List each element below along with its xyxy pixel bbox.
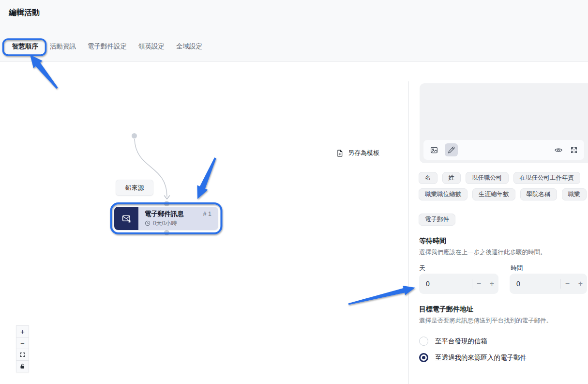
hours-label: 時間 bbox=[511, 264, 523, 273]
days-value[interactable]: 0 bbox=[419, 280, 472, 288]
save-as-template-label: 另存為模板 bbox=[348, 149, 379, 157]
variable-chip[interactable]: 名 bbox=[419, 172, 437, 184]
radio-checked-icon bbox=[419, 353, 428, 362]
tab-campaign-info[interactable]: 活動資訊 bbox=[50, 42, 76, 51]
variable-chip[interactable]: 姓 bbox=[442, 172, 461, 184]
hours-value[interactable]: 0 bbox=[510, 280, 560, 288]
variable-chip-list: 名 姓 現任職公司 在現任公司工作年資 職業職位總數 生涯總年數 學院名稱 職業 bbox=[419, 172, 588, 200]
preview-toolbar bbox=[423, 140, 584, 160]
variable-chip[interactable]: 現任職公司 bbox=[466, 172, 509, 184]
radio-imported-source-email[interactable]: 至透過我的來源匯入的電子郵件 bbox=[419, 353, 527, 362]
panel-section-divider bbox=[420, 207, 587, 207]
email-node-delay: 0天0小時 bbox=[153, 219, 177, 228]
image-icon bbox=[430, 146, 438, 154]
panel-divider bbox=[408, 81, 408, 384]
hours-stepper[interactable]: 0 − + bbox=[510, 274, 587, 294]
email-send-icon bbox=[114, 207, 138, 230]
radio-label: 至透過我的來源匯入的電子郵件 bbox=[435, 353, 527, 362]
lead-source-node[interactable]: 鉛來源 bbox=[116, 180, 153, 196]
days-stepper[interactable]: 0 − + bbox=[419, 274, 498, 294]
tab-email-settings[interactable]: 電子郵件設定 bbox=[88, 42, 127, 51]
variable-chip[interactable]: 學院名稱 bbox=[520, 188, 557, 200]
zoom-in-button[interactable]: + bbox=[16, 325, 29, 338]
radio-platform-found-email[interactable]: 至平台發現的信箱 bbox=[419, 337, 487, 346]
lead-source-output-handle[interactable] bbox=[132, 133, 137, 138]
variable-chip[interactable]: 生涯總年數 bbox=[472, 188, 515, 200]
zoom-out-button[interactable]: − bbox=[16, 337, 29, 349]
image-tool-button[interactable] bbox=[427, 143, 440, 156]
tab-bar: 智慧順序 活動資訊 電子郵件設定 領英設定 全域設定 bbox=[12, 42, 202, 51]
radio-label: 至平台發現的信箱 bbox=[435, 337, 487, 346]
tab-smart-sequence[interactable]: 智慧順序 bbox=[12, 42, 38, 51]
expand-icon bbox=[570, 146, 578, 154]
lead-source-label: 鉛來源 bbox=[125, 184, 144, 192]
variable-chip[interactable]: 在現任公司工作年資 bbox=[513, 172, 581, 184]
days-increment-button[interactable]: + bbox=[485, 274, 498, 294]
fit-view-icon bbox=[19, 352, 26, 358]
email-message-node[interactable]: 電子郵件訊息 # 1 0天0小時 bbox=[114, 207, 218, 230]
email-node-title: 電子郵件訊息 bbox=[145, 210, 184, 218]
email-variable-chip[interactable]: 電子郵件 bbox=[419, 214, 455, 226]
tab-global-settings[interactable]: 全域設定 bbox=[176, 42, 202, 51]
zoom-out-glyph: − bbox=[20, 339, 25, 347]
zoom-in-glyph: + bbox=[20, 327, 25, 336]
lock-button[interactable] bbox=[16, 360, 29, 372]
page-title: 編輯活動 bbox=[9, 8, 40, 18]
fit-view-button[interactable] bbox=[16, 349, 29, 361]
canvas-controls: + − bbox=[16, 325, 29, 372]
variable-chip[interactable]: 職業 bbox=[562, 188, 587, 200]
email-node-input-handle[interactable] bbox=[164, 201, 169, 206]
clock-icon bbox=[145, 220, 151, 226]
edit-tool-button[interactable] bbox=[445, 143, 458, 156]
campaign-editor-page: 編輯活動 智慧順序 活動資訊 電子郵件設定 領英設定 全域設定 另存為模板 鉛來… bbox=[0, 0, 588, 384]
email-node-output-handle[interactable] bbox=[164, 230, 169, 235]
expand-button[interactable] bbox=[567, 143, 580, 156]
variable-chip[interactable]: 職業職位總數 bbox=[419, 188, 467, 200]
hours-decrement-button[interactable]: − bbox=[561, 274, 574, 294]
lock-open-icon bbox=[19, 363, 26, 369]
wait-time-title: 等待時間 bbox=[419, 237, 446, 246]
target-email-description: 選擇是否要將此訊息傳送到平台找到的電子郵件。 bbox=[419, 317, 552, 325]
preview-eye-button[interactable] bbox=[552, 143, 565, 156]
pencil-icon bbox=[447, 146, 455, 154]
page-header: 編輯活動 智慧順序 活動資訊 電子郵件設定 領英設定 全域設定 bbox=[0, 0, 588, 62]
target-email-title: 目標電子郵件地址 bbox=[419, 305, 473, 314]
days-decrement-button[interactable]: − bbox=[472, 274, 485, 294]
radio-unchecked-icon bbox=[419, 337, 428, 346]
email-node-content: 電子郵件訊息 # 1 0天0小時 bbox=[138, 207, 218, 230]
hours-increment-button[interactable]: + bbox=[574, 274, 587, 294]
eye-icon bbox=[554, 146, 563, 154]
save-as-template-button[interactable]: 另存為模板 bbox=[336, 149, 379, 157]
days-label: 天 bbox=[419, 264, 425, 273]
file-plus-icon bbox=[336, 149, 344, 157]
email-node-index: # 1 bbox=[203, 211, 211, 217]
wait-time-description: 選擇我們應該在上一步之後運行此步驟的時間。 bbox=[419, 248, 546, 257]
tab-linkedin-settings[interactable]: 領英設定 bbox=[138, 42, 165, 51]
